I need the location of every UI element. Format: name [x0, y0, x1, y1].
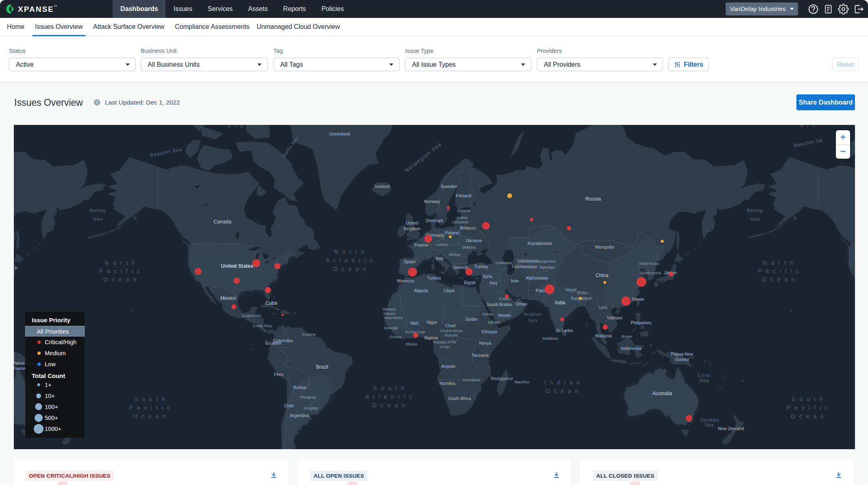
svg-text:Syria: Syria [482, 274, 492, 279]
svg-text:Guyana: Guyana [302, 332, 316, 336]
svg-text:Kuwait: Kuwait [499, 297, 510, 301]
svg-text:South Korea: South Korea [641, 271, 661, 275]
svg-text:Greece: Greece [453, 265, 468, 270]
svg-text:Zimbabwe: Zimbabwe [462, 378, 480, 382]
svg-text:Bhutan: Bhutan [577, 291, 588, 295]
svg-text:Mexico: Mexico [220, 295, 236, 301]
svg-text:Uruguay: Uruguay [304, 406, 318, 410]
svg-text:N o r t h: N o r t h [334, 249, 366, 255]
svg-text:Nigeria: Nigeria [424, 335, 438, 340]
svg-text:Ghana: Ghana [406, 342, 417, 346]
svg-text:S o u t h: S o u t h [792, 396, 824, 402]
svg-text:Turkey: Turkey [474, 264, 489, 269]
svg-text:Central African: Central African [440, 329, 463, 333]
svg-text:Congo: Congo [439, 345, 449, 349]
svg-text:O c e a n: O c e a n [762, 276, 796, 283]
svg-text:P a c i f i c: P a c i f i c [758, 268, 800, 274]
svg-text:India: India [555, 300, 565, 306]
svg-text:Serbia: Serbia [449, 252, 460, 257]
svg-text:Philippines: Philippines [631, 320, 652, 325]
svg-text:Algeria: Algeria [414, 288, 428, 293]
svg-text:Ukraine: Ukraine [466, 238, 482, 243]
svg-text:Western: Western [382, 307, 396, 311]
svg-text:United: United [406, 221, 419, 225]
svg-text:Denmark: Denmark [426, 218, 443, 223]
svg-text:Senegal: Senegal [384, 326, 398, 330]
svg-text:S o u t h: S o u t h [373, 385, 405, 391]
svg-text:Tanzania: Tanzania [471, 353, 489, 358]
svg-text:China: China [595, 273, 608, 278]
svg-text:Sri Lanka: Sri Lanka [556, 328, 573, 333]
svg-text:Brazil: Brazil [316, 364, 328, 370]
svg-text:I n d i a n: I n d i a n [544, 379, 581, 386]
svg-text:Tunisia: Tunisia [427, 275, 441, 280]
svg-text:Angola: Angola [441, 364, 456, 369]
svg-text:France: France [414, 242, 428, 247]
svg-text:Sea: Sea [699, 378, 709, 383]
svg-text:n: n [15, 265, 17, 270]
svg-text:Iraq: Iraq [490, 280, 497, 285]
svg-text:Austria: Austria [435, 242, 447, 247]
svg-text:New Zealand: New Zealand [718, 426, 744, 431]
svg-text:Chad: Chad [445, 323, 455, 328]
svg-text:Sea: Sea [704, 422, 714, 427]
svg-text:P a c i f i c: P a c i f i c [129, 404, 171, 411]
svg-text:Greenland: Greenland [329, 131, 350, 136]
svg-text:Iceland: Iceland [375, 184, 389, 189]
svg-text:O c e a n: O c e a n [791, 413, 825, 419]
svg-text:Arabian: Arabian [524, 312, 542, 317]
svg-text:Afghanistan: Afghanistan [526, 275, 548, 280]
svg-text:P a c i f i c: P a c i f i c [99, 268, 141, 274]
svg-text:Australia: Australia [652, 391, 672, 396]
svg-text:Canada: Canada [214, 219, 231, 225]
svg-text:Chile: Chile [284, 403, 294, 408]
svg-text:Coral: Coral [698, 373, 711, 378]
svg-text:N o r t h: N o r t h [763, 260, 794, 266]
svg-text:Eritrea: Eritrea [482, 312, 493, 316]
svg-text:Norway: Norway [424, 199, 440, 204]
svg-text:Paraguay: Paraguay [300, 395, 316, 399]
svg-text:South Africa: South Africa [448, 396, 471, 401]
svg-text:Kazakhstan: Kazakhstan [528, 241, 552, 246]
svg-text:Costa Rica: Costa Rica [253, 323, 272, 328]
svg-text:Guatemala: Guatemala [242, 313, 261, 318]
svg-text:A r c: A r c [800, 125, 816, 128]
svg-text:Mongolia: Mongolia [595, 245, 614, 249]
svg-text:A t l a n t i c: A t l a n t i c [326, 257, 373, 264]
svg-text:Bolivia: Bolivia [294, 385, 306, 390]
svg-text:Turkmenistan: Turkmenistan [511, 264, 537, 269]
svg-text:Azerbaijan: Azerbaijan [495, 261, 513, 265]
svg-text:Morocco: Morocco [397, 278, 414, 283]
svg-text:Argentina: Argentina [290, 413, 309, 418]
svg-text:Spain: Spain [403, 259, 415, 264]
svg-text:Mauritania: Mauritania [384, 315, 403, 320]
svg-text:Sudan: Sudan [465, 317, 478, 321]
svg-text:Tasman: Tasman [700, 417, 719, 422]
svg-text:North Korea: North Korea [639, 262, 659, 266]
svg-text:Peru: Peru [274, 372, 283, 377]
svg-text:Kyrgyzstan: Kyrgyzstan [537, 259, 556, 263]
svg-text:Ethiopia: Ethiopia [482, 329, 497, 334]
svg-text:Kenya: Kenya [479, 341, 491, 345]
svg-text:Mali: Mali [410, 321, 418, 326]
svg-text:Moldova: Moldova [462, 245, 476, 249]
svg-text:Tajikistan: Tajikistan [539, 265, 554, 269]
svg-text:A t l a n t i c: A t l a n t i c [365, 393, 413, 400]
svg-text:O c e a n: O c e a n [333, 266, 367, 272]
svg-text:Russia: Russia [585, 196, 601, 202]
svg-text:Saudi Arabia: Saudi Arabia [486, 302, 512, 307]
svg-text:Uzbekistan: Uzbekistan [517, 258, 539, 263]
svg-text:Sea: Sea [528, 318, 538, 323]
svg-text:Iran: Iran [511, 278, 519, 283]
svg-text:Italy: Italy [436, 256, 444, 261]
svg-text:Sweden: Sweden [441, 184, 458, 189]
svg-text:Mauritius: Mauritius [515, 380, 530, 384]
svg-text:Sea: Sea [750, 216, 760, 221]
svg-text:Lithuania: Lithuania [452, 220, 468, 224]
svg-text:O c e a n: O c e a n [103, 276, 137, 283]
svg-text:Poland: Poland [445, 230, 459, 235]
svg-text:Belarus: Belarus [460, 225, 475, 230]
svg-text:Laos: Laos [599, 305, 608, 310]
svg-text:Nepal: Nepal [566, 288, 576, 292]
svg-text:P a c i f i c: P a c i f i c [787, 404, 829, 411]
